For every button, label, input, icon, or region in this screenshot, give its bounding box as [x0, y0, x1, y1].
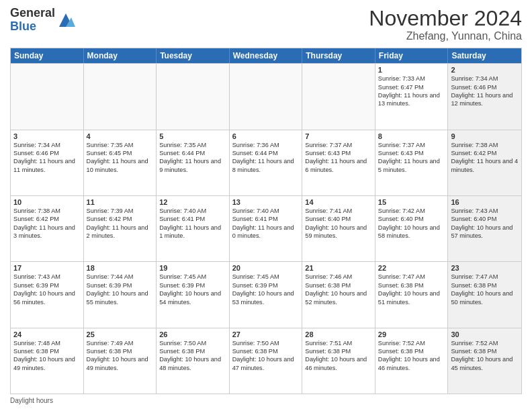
footer-note: Daylight hours — [10, 397, 522, 404]
calendar-header-row: SundayMondayTuesdayWednesdayThursdayFrid… — [11, 48, 521, 63]
day-number: 15 — [378, 198, 445, 206]
calendar-cell — [302, 64, 375, 129]
day-info: Sunrise: 7:45 AM Sunset: 6:39 PM Dayligh… — [232, 273, 300, 306]
calendar-cell: 29Sunrise: 7:52 AM Sunset: 6:38 PM Dayli… — [375, 328, 449, 394]
month-title: November 2024 — [369, 7, 522, 30]
calendar-week-row: 17Sunrise: 7:43 AM Sunset: 6:39 PM Dayli… — [11, 261, 521, 327]
day-info: Sunrise: 7:33 AM Sunset: 6:47 PM Dayligh… — [378, 75, 445, 108]
logo-general: General — [10, 7, 55, 20]
calendar-week-row: 1Sunrise: 7:33 AM Sunset: 6:47 PM Daylig… — [11, 63, 521, 129]
day-number: 30 — [451, 330, 519, 338]
calendar-cell: 12Sunrise: 7:40 AM Sunset: 6:41 PM Dayli… — [157, 196, 230, 261]
day-info: Sunrise: 7:34 AM Sunset: 6:46 PM Dayligh… — [13, 141, 81, 175]
calendar-cell: 25Sunrise: 7:49 AM Sunset: 6:38 PM Dayli… — [84, 328, 157, 394]
calendar-header-cell: Sunday — [11, 48, 84, 63]
calendar-cell: 5Sunrise: 7:35 AM Sunset: 6:44 PM Daylig… — [157, 130, 230, 195]
day-number: 23 — [451, 264, 519, 272]
day-number: 25 — [87, 330, 154, 338]
logo-blue: Blue — [10, 20, 55, 34]
day-number: 16 — [451, 198, 519, 206]
calendar-cell: 23Sunrise: 7:47 AM Sunset: 6:38 PM Dayli… — [448, 262, 521, 327]
calendar-cell — [157, 64, 230, 129]
logo-text: General Blue — [10, 7, 55, 34]
calendar-cell: 17Sunrise: 7:43 AM Sunset: 6:39 PM Dayli… — [11, 262, 84, 327]
calendar-cell: 16Sunrise: 7:43 AM Sunset: 6:40 PM Dayli… — [448, 196, 521, 261]
calendar-cell: 24Sunrise: 7:48 AM Sunset: 6:38 PM Dayli… — [11, 328, 84, 394]
calendar-header-cell: Tuesday — [157, 48, 230, 63]
day-info: Sunrise: 7:40 AM Sunset: 6:41 PM Dayligh… — [232, 207, 300, 240]
day-info: Sunrise: 7:34 AM Sunset: 6:46 PM Dayligh… — [451, 75, 519, 108]
calendar-header-cell: Monday — [84, 48, 157, 63]
day-info: Sunrise: 7:44 AM Sunset: 6:39 PM Dayligh… — [87, 273, 154, 306]
calendar-cell: 1Sunrise: 7:33 AM Sunset: 6:47 PM Daylig… — [375, 64, 449, 129]
calendar-cell: 26Sunrise: 7:50 AM Sunset: 6:38 PM Dayli… — [157, 328, 230, 394]
calendar-cell: 14Sunrise: 7:41 AM Sunset: 6:40 PM Dayli… — [302, 196, 375, 261]
day-info: Sunrise: 7:42 AM Sunset: 6:40 PM Dayligh… — [378, 207, 445, 240]
day-number: 5 — [159, 132, 226, 140]
calendar-cell: 9Sunrise: 7:38 AM Sunset: 6:42 PM Daylig… — [448, 130, 521, 195]
day-number: 26 — [159, 330, 226, 338]
day-number: 18 — [87, 264, 154, 272]
day-info: Sunrise: 7:49 AM Sunset: 6:38 PM Dayligh… — [87, 339, 154, 373]
calendar-cell: 22Sunrise: 7:47 AM Sunset: 6:38 PM Dayli… — [375, 262, 449, 327]
day-number: 19 — [159, 264, 226, 272]
day-number: 10 — [13, 198, 81, 206]
calendar-cell — [11, 64, 84, 129]
day-number: 6 — [232, 132, 300, 140]
calendar-week-row: 3Sunrise: 7:34 AM Sunset: 6:46 PM Daylig… — [11, 130, 521, 195]
day-info: Sunrise: 7:52 AM Sunset: 6:38 PM Dayligh… — [451, 339, 519, 373]
day-number: 8 — [378, 132, 445, 140]
day-info: Sunrise: 7:37 AM Sunset: 6:43 PM Dayligh… — [378, 141, 445, 175]
calendar-cell: 27Sunrise: 7:50 AM Sunset: 6:38 PM Dayli… — [230, 328, 303, 394]
calendar-cell — [84, 64, 157, 129]
day-info: Sunrise: 7:52 AM Sunset: 6:38 PM Dayligh… — [378, 339, 445, 373]
day-number: 4 — [87, 132, 154, 140]
day-number: 7 — [305, 132, 372, 140]
day-number: 24 — [13, 330, 81, 338]
calendar-cell: 19Sunrise: 7:45 AM Sunset: 6:39 PM Dayli… — [157, 262, 230, 327]
calendar-week-row: 24Sunrise: 7:48 AM Sunset: 6:38 PM Dayli… — [11, 328, 521, 394]
page: General Blue November 2024 Zhefang, Yunn… — [0, 0, 532, 411]
calendar-header-cell: Thursday — [302, 48, 375, 63]
calendar-cell: 10Sunrise: 7:38 AM Sunset: 6:42 PM Dayli… — [11, 196, 84, 261]
day-info: Sunrise: 7:47 AM Sunset: 6:38 PM Dayligh… — [378, 273, 445, 306]
calendar-header-cell: Saturday — [448, 48, 521, 63]
calendar-cell: 7Sunrise: 7:37 AM Sunset: 6:43 PM Daylig… — [302, 130, 375, 195]
calendar-body: 1Sunrise: 7:33 AM Sunset: 6:47 PM Daylig… — [11, 63, 521, 394]
title-block: November 2024 Zhefang, Yunnan, China — [369, 7, 522, 42]
day-number: 11 — [87, 198, 154, 206]
calendar-cell — [230, 64, 303, 129]
day-number: 28 — [305, 330, 372, 338]
calendar-week-row: 10Sunrise: 7:38 AM Sunset: 6:42 PM Dayli… — [11, 195, 521, 261]
calendar: SundayMondayTuesdayWednesdayThursdayFrid… — [10, 48, 522, 394]
calendar-cell: 20Sunrise: 7:45 AM Sunset: 6:39 PM Dayli… — [230, 262, 303, 327]
calendar-cell: 30Sunrise: 7:52 AM Sunset: 6:38 PM Dayli… — [448, 328, 521, 394]
day-info: Sunrise: 7:45 AM Sunset: 6:39 PM Dayligh… — [159, 273, 226, 306]
day-info: Sunrise: 7:50 AM Sunset: 6:38 PM Dayligh… — [159, 339, 226, 373]
day-number: 9 — [451, 132, 519, 140]
calendar-cell: 4Sunrise: 7:35 AM Sunset: 6:45 PM Daylig… — [84, 130, 157, 195]
day-info: Sunrise: 7:39 AM Sunset: 6:42 PM Dayligh… — [87, 207, 154, 240]
day-number: 27 — [232, 330, 300, 338]
calendar-cell: 3Sunrise: 7:34 AM Sunset: 6:46 PM Daylig… — [11, 130, 84, 195]
day-info: Sunrise: 7:51 AM Sunset: 6:38 PM Dayligh… — [305, 339, 372, 373]
day-number: 14 — [305, 198, 372, 206]
day-number: 2 — [451, 66, 519, 74]
day-info: Sunrise: 7:46 AM Sunset: 6:38 PM Dayligh… — [305, 273, 372, 306]
calendar-cell: 2Sunrise: 7:34 AM Sunset: 6:46 PM Daylig… — [448, 64, 521, 129]
calendar-cell: 21Sunrise: 7:46 AM Sunset: 6:38 PM Dayli… — [302, 262, 375, 327]
calendar-cell: 8Sunrise: 7:37 AM Sunset: 6:43 PM Daylig… — [375, 130, 449, 195]
calendar-cell: 13Sunrise: 7:40 AM Sunset: 6:41 PM Dayli… — [230, 196, 303, 261]
day-number: 21 — [305, 264, 372, 272]
logo: General Blue — [10, 7, 75, 34]
day-number: 20 — [232, 264, 300, 272]
logo-icon — [56, 11, 75, 30]
day-info: Sunrise: 7:38 AM Sunset: 6:42 PM Dayligh… — [451, 141, 519, 175]
location-title: Zhefang, Yunnan, China — [369, 30, 522, 42]
day-info: Sunrise: 7:43 AM Sunset: 6:39 PM Dayligh… — [13, 273, 81, 306]
header: General Blue November 2024 Zhefang, Yunn… — [10, 7, 522, 42]
day-number: 22 — [378, 264, 445, 272]
day-info: Sunrise: 7:38 AM Sunset: 6:42 PM Dayligh… — [13, 207, 81, 240]
day-info: Sunrise: 7:43 AM Sunset: 6:40 PM Dayligh… — [451, 207, 519, 240]
calendar-cell: 28Sunrise: 7:51 AM Sunset: 6:38 PM Dayli… — [302, 328, 375, 394]
